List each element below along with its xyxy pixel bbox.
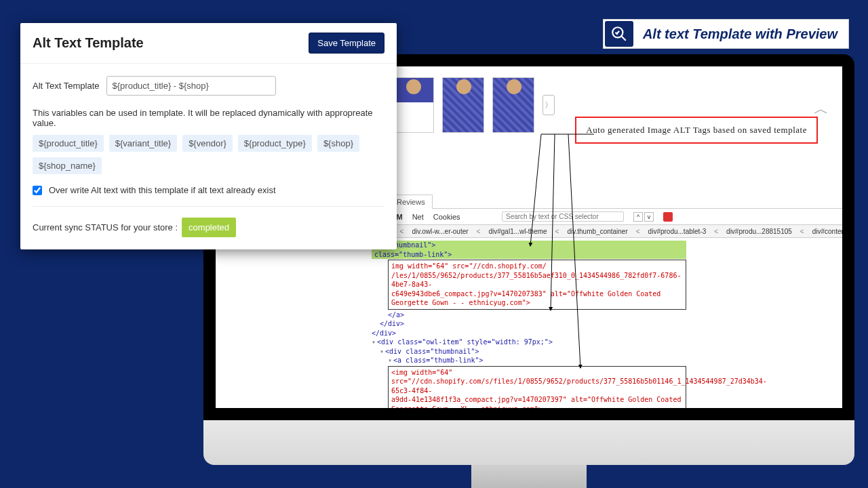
var-vendor[interactable]: ${vendor}	[182, 135, 233, 152]
dom-tree[interactable]: ss="thumbnail"> class="thumb-link"> img …	[216, 238, 842, 408]
settings-panel: Alt Text Template Save Template Alt Text…	[20, 23, 397, 249]
devtool-tab-net[interactable]: Net	[412, 213, 424, 221]
overwrite-checkbox[interactable]	[33, 186, 42, 195]
nav-up-icon[interactable]: ^	[633, 212, 643, 222]
var-shop-name[interactable]: ${shop_name}	[33, 157, 102, 174]
var-product-title[interactable]: ${product_title}	[33, 135, 104, 152]
highlighted-node: ss="thumbnail">	[372, 241, 686, 250]
var-product-type[interactable]: ${product_type}	[238, 135, 312, 152]
template-input-label: Alt Text Template	[33, 81, 100, 91]
status-label: Current sync STATUS for your store :	[33, 222, 178, 232]
dom-img-node: img width="64" src="//cdn.shopify.com/ /…	[388, 260, 686, 310]
var-variant-title[interactable]: ${variant_title}	[109, 135, 177, 152]
variable-tags: ${product_title} ${variant_title} ${vend…	[33, 135, 384, 174]
dom-img-node: <img width="64" src="//cdn.shopify.com/s…	[388, 366, 686, 409]
nav-down-icon[interactable]: v	[644, 212, 654, 222]
product-thumbnail[interactable]	[442, 77, 484, 133]
product-thumbnail[interactable]	[492, 77, 534, 133]
panel-title: Alt Text Template	[33, 35, 144, 51]
carousel-next-icon[interactable]: 〉	[542, 95, 555, 115]
devtool-search-input[interactable]	[502, 211, 624, 222]
devtool-tab-cookies[interactable]: Cookies	[433, 213, 460, 221]
callout-box: Auto generated Image ALT Tags based on s…	[575, 117, 818, 144]
status-badge: completed	[182, 218, 236, 237]
template-input[interactable]	[106, 76, 276, 96]
product-thumbnail[interactable]	[392, 77, 434, 133]
var-shop[interactable]: ${shop}	[317, 135, 359, 152]
highlighted-node: class="thumb-link">	[372, 250, 686, 260]
apple-logo-icon	[203, 420, 854, 465]
banner: Alt text Template with Preview	[603, 19, 849, 49]
seo-magnifier-icon	[605, 21, 633, 47]
help-text: This variables can be used in template. …	[33, 108, 384, 128]
save-template-button[interactable]: Save Template	[309, 33, 384, 54]
close-icon[interactable]	[663, 212, 673, 222]
banner-title: Alt text Template with Preview	[633, 26, 847, 42]
overwrite-label: Over write Alt text with this template i…	[49, 185, 276, 195]
